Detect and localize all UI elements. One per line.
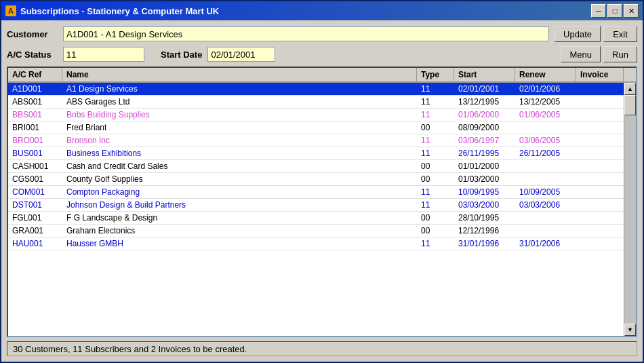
cell-invoice <box>576 134 624 147</box>
scroll-track <box>624 95 636 324</box>
update-button[interactable]: Update <box>555 26 601 42</box>
table-header: A/C Ref Name Type Start Renew Invoice <box>8 68 636 83</box>
cell-type: 00 <box>417 225 454 237</box>
customer-row: Customer Update Exit <box>7 26 637 42</box>
table-with-scroll: A1D001 A1 Design Services 11 02/01/2001 … <box>8 83 636 336</box>
cell-invoice <box>576 160 624 172</box>
cell-start: 13/12/1995 <box>454 96 515 108</box>
scroll-up-button[interactable]: ▲ <box>624 83 636 95</box>
close-button[interactable]: ✕ <box>624 4 639 18</box>
run-button[interactable]: Run <box>603 46 637 62</box>
maximize-button[interactable]: □ <box>607 4 622 18</box>
cell-type: 11 <box>417 186 454 198</box>
cell-start: 03/06/1997 <box>454 134 515 147</box>
table-row[interactable]: CASH001 Cash and Credit Card Sales 00 01… <box>8 160 624 173</box>
cell-start: 03/03/2000 <box>454 199 515 211</box>
table-row[interactable]: BRO001 Bronson Inc 11 03/06/1997 03/06/2… <box>8 134 624 147</box>
col-header-invoice: Invoice <box>576 68 624 82</box>
cell-renew: 26/11/2005 <box>515 147 576 159</box>
cell-name: County Golf Supplies <box>62 173 417 185</box>
col-header-name: Name <box>62 68 417 82</box>
cell-start: 01/06/2000 <box>454 109 515 121</box>
col-header-start: Start <box>454 68 515 82</box>
table-row[interactable]: CGS001 County Golf Supplies 00 01/03/200… <box>8 173 624 186</box>
cell-name: Fred Briant <box>62 121 417 134</box>
cell-type: 11 <box>417 109 454 121</box>
ac-status-label: A/C Status <box>7 50 58 60</box>
ac-status-input[interactable] <box>63 47 144 62</box>
window-title: Subscriptions - Stationery & Computer Ma… <box>20 6 219 16</box>
cell-renew <box>515 173 576 185</box>
cell-name: Bronson Inc <box>62 134 417 147</box>
cell-ref: BBS001 <box>8 109 62 121</box>
table-row[interactable]: A1D001 A1 Design Services 11 02/01/2001 … <box>8 83 624 96</box>
cell-ref: CASH001 <box>8 160 62 172</box>
cell-invoice <box>576 96 624 108</box>
table-row[interactable]: COM001 Compton Packaging 11 10/09/1995 1… <box>8 186 624 199</box>
table-row[interactable]: BUS001 Business Exhibitions 11 26/11/199… <box>8 147 624 160</box>
cell-start: 02/01/2001 <box>454 83 515 95</box>
table-row[interactable]: GRA001 Graham Electonics 00 12/12/1996 <box>8 225 624 237</box>
cell-name: Graham Electonics <box>62 225 417 237</box>
scrollbar-header <box>624 68 636 82</box>
table-row[interactable]: BBS001 Bobs Building Supplies 11 01/06/2… <box>8 109 624 121</box>
cell-name: Bobs Building Supplies <box>62 109 417 121</box>
exit-button[interactable]: Exit <box>603 26 637 42</box>
cell-start: 01/03/2000 <box>454 173 515 185</box>
cell-type: 11 <box>417 237 454 250</box>
cell-renew: 02/01/2006 <box>515 83 576 95</box>
cell-ref: HAU001 <box>8 237 62 250</box>
cell-type: 00 <box>417 212 454 224</box>
scroll-thumb[interactable] <box>624 95 636 115</box>
cell-start: 26/11/1995 <box>454 147 515 159</box>
cell-invoice <box>576 83 624 95</box>
table-row[interactable]: BRI001 Fred Briant 00 08/09/2000 <box>8 121 624 134</box>
customer-input[interactable] <box>63 26 549 41</box>
cell-invoice <box>576 199 624 211</box>
menu-button[interactable]: Menu <box>561 46 601 62</box>
status-text: 30 Customers, 11 Subscribers and 2 Invoi… <box>13 344 247 354</box>
cell-start: 12/12/1996 <box>454 225 515 237</box>
cell-name: Business Exhibitions <box>62 147 417 159</box>
cell-ref: GRA001 <box>8 225 62 237</box>
data-table: A/C Ref Name Type Start Renew Invoice A1… <box>7 66 637 337</box>
table-row[interactable]: ABS001 ABS Garages Ltd 11 13/12/1995 13/… <box>8 96 624 109</box>
cell-start: 28/10/1995 <box>454 212 515 224</box>
title-buttons: ─ □ ✕ <box>591 4 639 18</box>
cell-name: Compton Packaging <box>62 186 417 198</box>
app-icon: A <box>5 5 16 16</box>
main-window: A Subscriptions - Stationery & Computer … <box>0 0 644 363</box>
bottom-buttons: Menu Run <box>561 46 637 62</box>
cell-name: Cash and Credit Card Sales <box>62 160 417 172</box>
col-header-renew: Renew <box>515 68 576 82</box>
cell-renew <box>515 160 576 172</box>
cell-ref: CGS001 <box>8 173 62 185</box>
cell-name: ABS Garages Ltd <box>62 96 417 108</box>
cell-invoice <box>576 109 624 121</box>
scroll-down-button[interactable]: ▼ <box>624 324 636 336</box>
minimize-button[interactable]: ─ <box>591 4 606 18</box>
top-buttons: Update Exit <box>555 26 637 42</box>
cell-invoice <box>576 237 624 250</box>
cell-invoice <box>576 225 624 237</box>
cell-ref: ABS001 <box>8 96 62 108</box>
cell-renew: 13/12/2005 <box>515 96 576 108</box>
table-row[interactable]: HAU001 Hausser GMBH 11 31/01/1996 31/01/… <box>8 237 624 250</box>
cell-renew: 03/03/2006 <box>515 199 576 211</box>
cell-type: 11 <box>417 147 454 159</box>
status-row: A/C Status Start Date Menu Run <box>7 46 637 62</box>
cell-ref: BRO001 <box>8 134 62 147</box>
cell-renew <box>515 225 576 237</box>
table-row[interactable]: DST001 Johnson Design & Build Partners 1… <box>8 199 624 212</box>
cell-type: 00 <box>417 173 454 185</box>
table-row[interactable]: FGL001 F G Landscape & Design 00 28/10/1… <box>8 212 624 225</box>
cell-type: 00 <box>417 160 454 172</box>
cell-renew: 31/01/2006 <box>515 237 576 250</box>
cell-start: 10/09/1995 <box>454 186 515 198</box>
start-date-input[interactable] <box>207 47 275 62</box>
cell-name: A1 Design Services <box>62 83 417 95</box>
cell-invoice <box>576 212 624 224</box>
cell-renew: 10/09/2005 <box>515 186 576 198</box>
cell-name: Johnson Design & Build Partners <box>62 199 417 211</box>
cell-name: Hausser GMBH <box>62 237 417 250</box>
